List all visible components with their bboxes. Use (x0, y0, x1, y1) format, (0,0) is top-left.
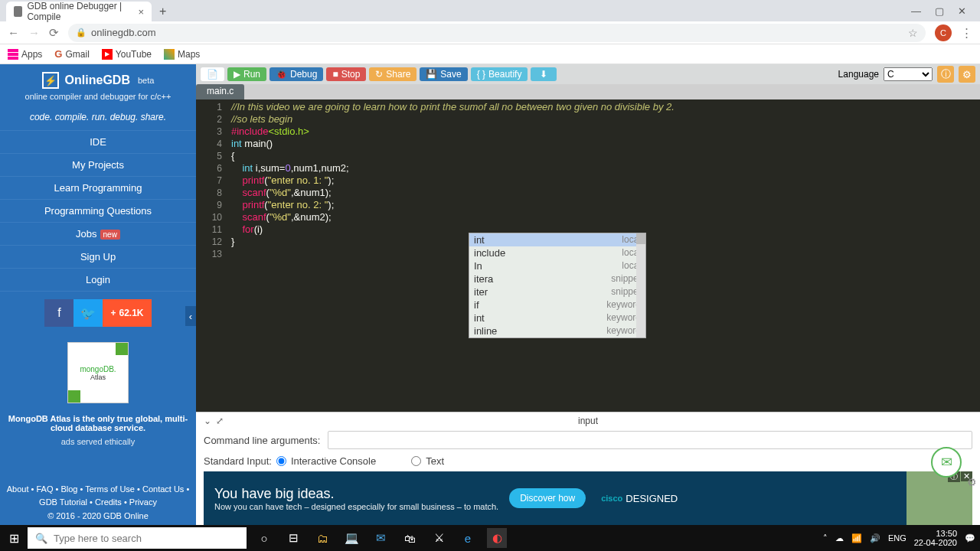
wifi-icon[interactable]: 📶 (851, 533, 862, 543)
autocomplete-item[interactable]: intkeyword (469, 311, 645, 324)
plus-icon: + (110, 308, 116, 318)
explorer-icon[interactable]: 🗂 (312, 528, 332, 548)
tray-up-icon[interactable]: ˄ (823, 533, 828, 543)
notifications-icon[interactable]: 💬 (965, 533, 975, 543)
footer-links[interactable]: About • FAQ • Blog • Terms of Use • Cont… (0, 477, 196, 511)
autocomplete-scrollbar[interactable] (636, 233, 645, 337)
maximize-icon[interactable]: ▢ (935, 5, 944, 17)
autocomplete-item[interactable]: itersnippet (469, 285, 645, 298)
autocomplete-item[interactable]: inlinekeyword (469, 324, 645, 337)
taskview-icon[interactable]: ⊟ (283, 528, 303, 548)
start-button[interactable]: ⊞ (0, 531, 28, 546)
cortana-icon[interactable]: ○ (254, 528, 274, 548)
nav-learn[interactable]: Learn Programming (0, 176, 196, 199)
file-tab-main[interactable]: main.c (196, 84, 244, 99)
ad-cta-button[interactable]: Discover how (509, 488, 586, 508)
chevron-down-icon[interactable]: ⌄ (204, 416, 211, 426)
settings-button[interactable]: ⚙ (959, 66, 975, 83)
store-icon[interactable]: 🛍 (400, 528, 420, 548)
search-icon: 🔍 (35, 533, 47, 544)
minimize-icon[interactable]: — (911, 5, 921, 17)
tray-clock[interactable]: 13:50 22-04-2020 (914, 529, 957, 547)
youtube-icon: ▶ (102, 49, 113, 60)
beta-label: beta (138, 76, 154, 85)
edge-icon[interactable]: e (458, 528, 478, 548)
close-icon[interactable]: × (138, 6, 144, 18)
menu-icon[interactable]: ⋮ (961, 26, 972, 40)
profile-avatar[interactable]: C (935, 24, 952, 41)
save-icon: 💾 (426, 69, 437, 80)
maps-icon (164, 49, 175, 60)
autocomplete-item[interactable]: Inlocal (469, 259, 645, 272)
ad-brand2: DESIGNED (626, 493, 678, 504)
banner-ad[interactable]: You have big ideas. Now you can have tec… (204, 471, 972, 525)
ad-brand-sub: Atlas (90, 373, 106, 381)
help-button[interactable]: ⓘ (937, 66, 954, 83)
browser-tab[interactable]: GDB online Debugger | Compile × (6, 2, 152, 21)
nav-questions[interactable]: Programming Questions (0, 199, 196, 222)
search-placeholder: Type here to search (54, 533, 142, 544)
stdin-interactive-radio[interactable] (276, 456, 286, 466)
stop-button[interactable]: ■Stop (326, 67, 366, 81)
twitter-button[interactable]: 🐦 (74, 299, 103, 327)
ad-brand: mongoDB. (80, 365, 116, 373)
autocomplete-item[interactable]: iterasnippet (469, 272, 645, 285)
feedback-button[interactable]: ✉ (931, 447, 962, 478)
volume-icon[interactable]: 🔊 (870, 533, 880, 543)
page-gear-icon[interactable]: ⚙ (967, 476, 977, 488)
download-button[interactable]: ⬇ (531, 67, 557, 81)
bookmark-youtube[interactable]: ▶YouTube (102, 49, 152, 60)
nav-jobs[interactable]: Jobsnew (0, 222, 196, 245)
sidebar-collapse-icon[interactable]: ‹ (185, 306, 196, 326)
save-button[interactable]: 💾Save (420, 67, 467, 81)
share-button[interactable]: ↻Share (369, 67, 416, 81)
ad-image: ⓘ ✕ (906, 471, 972, 525)
star-icon[interactable]: ☆ (908, 27, 918, 39)
app-icon[interactable]: 💻 (341, 528, 361, 548)
reload-icon[interactable]: ⟳ (49, 26, 59, 40)
back-icon[interactable]: ← (8, 26, 19, 39)
facebook-button[interactable]: f (44, 299, 74, 327)
nav-signup[interactable]: Sign Up (0, 245, 196, 268)
nav-ide[interactable]: IDE (0, 130, 196, 153)
nav-login[interactable]: Login (0, 268, 196, 292)
autocomplete-item[interactable]: ifkeyword (469, 298, 645, 311)
cmd-args-input[interactable] (328, 431, 972, 449)
bookmark-apps[interactable]: Apps (8, 49, 42, 60)
onedrive-icon[interactable]: ☁ (835, 533, 844, 543)
run-button[interactable]: ▶Run (227, 67, 266, 81)
ads-ethically: ads served ethically (0, 437, 196, 446)
chrome-icon[interactable]: ◐ (487, 528, 507, 548)
gear-icon: ⚙ (962, 69, 972, 80)
taskbar-search[interactable]: 🔍 Type here to search (28, 527, 247, 549)
beautify-button[interactable]: { }Beautify (471, 67, 528, 81)
app2-icon[interactable]: ⚔ (429, 528, 449, 548)
nav-my-projects[interactable]: My Projects (0, 153, 196, 176)
autocomplete-item[interactable]: intlocal (469, 233, 645, 246)
logo-text: OnlineGDB (65, 73, 130, 87)
bug-icon: 🐞 (276, 69, 287, 80)
forward-icon[interactable]: → (28, 26, 40, 39)
bookmark-gmail[interactable]: GGmail (54, 48, 89, 60)
new-tab-button[interactable]: + (152, 2, 174, 21)
autocomplete-popup[interactable]: intlocal includelocal Inlocal iterasnipp… (469, 233, 646, 338)
input-tab-label[interactable]: input (578, 416, 598, 426)
code-editor[interactable]: 12345678910111213 //In this video we are… (196, 99, 980, 412)
expand-icon[interactable]: ⤢ (216, 416, 224, 426)
stdin-text-radio[interactable] (411, 456, 421, 466)
autocomplete-item[interactable]: includelocal (469, 246, 645, 259)
logo[interactable]: ⚡ OnlineGDB beta (0, 64, 196, 92)
language-select[interactable]: C (884, 67, 933, 81)
sidebar-ad[interactable]: mongoDB. Atlas (67, 342, 129, 403)
share-count[interactable]: +62.1K (103, 299, 151, 327)
stdin-opt-text: Text (426, 455, 444, 467)
mail-app-icon[interactable]: ✉ (371, 528, 390, 548)
bookmark-maps[interactable]: Maps (164, 49, 200, 60)
address-bar[interactable]: 🔒 onlinegdb.com ☆ (68, 24, 926, 42)
window-close-icon[interactable]: ✕ (958, 5, 966, 17)
new-file-button[interactable]: 📄 (201, 67, 224, 81)
share-icon: ↻ (375, 69, 383, 80)
ad-text: MongoDB Atlas is the only true global, m… (0, 409, 196, 437)
tray-lang[interactable]: ENG (888, 533, 906, 543)
debug-button[interactable]: 🐞Debug (270, 67, 323, 81)
